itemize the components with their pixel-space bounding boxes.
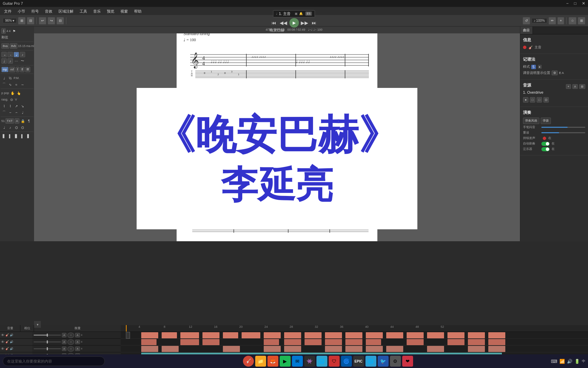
grid-btn[interactable]: ⊞ (18, 17, 26, 25)
taskbar-icon-ie[interactable]: 🌀 (341, 356, 352, 367)
finger-sound-slider[interactable] (541, 127, 585, 128)
lt-mp-btn[interactable]: mp (1, 67, 9, 72)
go-end-btn[interactable]: ⏭ (310, 19, 318, 26)
lt-wave2-icon[interactable]: ≈ (14, 82, 19, 87)
lt-vibrato-icon[interactable]: ∿ (7, 82, 13, 87)
track-1-block-6[interactable] (242, 332, 260, 338)
next-btn[interactable]: ▶▶ (299, 19, 310, 26)
lt-dots-icon[interactable]: ⋯ (14, 58, 19, 64)
taskbar-icon-browser[interactable]: 🌐 (316, 356, 327, 367)
grid-btn2[interactable]: ⊟ (27, 17, 34, 25)
close-btn[interactable]: ✕ (582, 1, 585, 6)
zoom-right[interactable]: ♪ 100% (532, 18, 548, 23)
track-3-block-1[interactable] (141, 346, 158, 352)
menu-symbol[interactable]: 符号 (29, 8, 42, 15)
play-style-btn[interactable]: 弹奏风格 (523, 118, 539, 124)
track-2-block-1[interactable] (141, 339, 157, 345)
track-3-a-btn2[interactable]: A (75, 347, 80, 351)
tuning-gear-btn[interactable]: ⚙ (552, 71, 558, 75)
track-2-block-7[interactable] (325, 339, 342, 345)
track-1-vol-fader[interactable] (34, 335, 61, 336)
track-1-pan-knob[interactable]: ○ (67, 333, 74, 338)
taskbar-icon-mail[interactable]: ✉ (292, 356, 303, 367)
lt-fff-btn[interactable]: fff (25, 67, 30, 72)
audio-a-btn[interactable]: A (572, 84, 578, 89)
collapse-arrow[interactable]: ▾ (34, 321, 41, 328)
lt-ff-btn[interactable]: ff (20, 67, 24, 72)
track-2-pan-knob[interactable]: ○ (67, 339, 74, 345)
track-2-block-3[interactable] (202, 339, 219, 345)
track-1-block-7[interactable] (264, 332, 281, 338)
play-btn[interactable]: ▶ (289, 18, 299, 28)
lt-quarter-note[interactable]: ♩ (14, 52, 19, 57)
track-3-block-4[interactable] (264, 346, 281, 352)
track-2-block-5[interactable] (284, 339, 301, 345)
lt-note-a[interactable]: ♩ (1, 58, 7, 64)
track-3-block-8[interactable] (366, 346, 383, 352)
track-1-block-8[interactable] (284, 332, 301, 338)
track-2-block-8[interactable] (345, 339, 362, 345)
track-2-block-12[interactable] (468, 339, 485, 345)
track-3-a-btn[interactable]: A (62, 347, 66, 351)
lt-rhythm2-icon[interactable]: ♪ (7, 125, 13, 130)
lt-line2-icon[interactable]: ⌇ (7, 103, 13, 109)
track-2-block-4[interactable] (264, 339, 279, 345)
go-start-btn[interactable]: ⏮ (270, 19, 278, 26)
taskbar-icon-folder[interactable]: 📁 (255, 356, 266, 367)
track-1-block-3[interactable] (180, 332, 199, 338)
zoom-display[interactable]: 96% ▾ (3, 18, 17, 23)
track-1-a-btn[interactable]: A (62, 333, 66, 337)
taskbar-icon-music[interactable]: ▶ (280, 356, 291, 367)
lt-arch3-icon[interactable]: ⌢ (14, 110, 19, 115)
track-3-menu-icon[interactable]: ≡ (81, 347, 83, 350)
track-1-block-13[interactable] (386, 332, 403, 338)
track-1-block-17[interactable] (468, 332, 485, 338)
track-1-block-5[interactable] (223, 332, 238, 338)
track-3-block-9[interactable] (386, 346, 403, 352)
track-3-block-2[interactable] (162, 346, 179, 352)
bass-toggle[interactable] (541, 147, 550, 151)
track-3-block-6[interactable] (325, 346, 342, 352)
lt-wave3-icon[interactable]: ∼ (20, 82, 25, 87)
menu-region-notes[interactable]: 区域注解 (56, 8, 76, 15)
taskbar-icon-gp[interactable]: 🎸 (243, 356, 254, 367)
lt-slap-icon[interactable]: 👆 (16, 90, 21, 96)
track-2-vol-fader[interactable] (34, 341, 61, 342)
track-2-block-10[interactable] (407, 339, 424, 345)
menu-file[interactable]: 文件 (1, 8, 14, 15)
lt-a-btn[interactable]: A (15, 118, 19, 124)
audio-grid-btn[interactable]: ⊞ (579, 84, 585, 89)
track-2-a-btn2[interactable]: A (75, 340, 80, 344)
menu-preview[interactable]: 预览 (104, 8, 117, 15)
lt-arrow2-icon[interactable]: ↘ (20, 103, 25, 109)
track-2-menu-icon[interactable]: ≡ (81, 340, 83, 343)
overdrive-icon1[interactable]: ● (523, 97, 528, 103)
taskbar-icon-twitter[interactable]: 🐦 (378, 356, 389, 367)
lt-note-b[interactable]: ♪ (7, 58, 13, 64)
print-btn[interactable]: ⊟ (56, 17, 64, 25)
lt-hand-icon[interactable]: ✋ (10, 90, 15, 96)
minimize-btn[interactable]: − (566, 1, 569, 6)
track-3-block-7[interactable] (345, 346, 362, 352)
track-3-block-5[interactable] (284, 346, 301, 352)
track-1-menu-icon[interactable]: ≡ (81, 334, 83, 337)
menu-measure[interactable]: 小节 (15, 8, 28, 15)
track-1-block-10[interactable] (325, 332, 342, 338)
grid3-btn[interactable]: ⊞ (578, 17, 585, 25)
track-3-block-3[interactable] (223, 346, 240, 352)
overdrive-icon3[interactable]: □ (537, 97, 542, 103)
lt-line1-icon[interactable]: ⌇ (1, 103, 7, 109)
track-1-eye[interactable]: 👁 (1, 333, 4, 337)
lt-half-note[interactable]: 𝅗 (7, 52, 13, 57)
taskbar-icon-firefox[interactable]: 🦊 (267, 356, 278, 367)
track-3-block-11[interactable] (468, 346, 485, 352)
track-1-block-15[interactable] (427, 332, 444, 338)
search-bar[interactable]: 在这里输入你要搜索的内容 (3, 356, 105, 366)
undo-btn[interactable]: ↩ (39, 17, 46, 25)
menu-help[interactable]: 帮助 (131, 8, 144, 15)
rp-tab-tracks[interactable]: 曲目 (520, 27, 533, 34)
audio-add-btn[interactable]: + (566, 84, 571, 89)
lt-8vb-btn[interactable]: 8vb (10, 43, 18, 49)
loop-btn[interactable]: ↺ (523, 17, 530, 25)
lt-rhythm3-icon[interactable]: ⌬ (14, 125, 19, 130)
